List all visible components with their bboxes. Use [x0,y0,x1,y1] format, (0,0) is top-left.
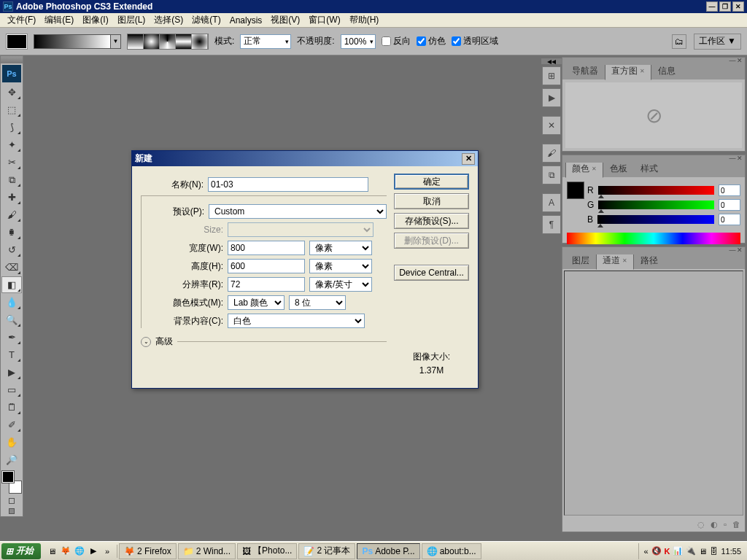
tray-expand-icon[interactable]: « [643,547,648,556]
menu-layer[interactable]: 图层(L) [113,12,150,28]
gradient-angle[interactable] [160,34,176,49]
tray-icon[interactable]: 🗄 [710,547,718,556]
slice-tool[interactable]: ⧉ [1,171,22,188]
close-icon[interactable]: ✕ [592,166,597,172]
heal-tool[interactable]: ✚ [1,189,22,206]
panel-close[interactable]: ✕ [736,155,743,161]
width-unit-select[interactable]: 像素 [309,241,372,255]
dock-para-icon[interactable]: ¶ [542,215,561,234]
advanced-toggle[interactable]: ⌄ [141,337,151,347]
r-value[interactable] [719,184,740,196]
menu-help[interactable]: 帮助(H) [345,12,384,28]
dialog-titlebar[interactable]: 新建 ✕ [132,151,478,166]
color-spectrum[interactable] [567,233,740,244]
task-about[interactable]: 🌐about:b... [422,543,481,559]
menu-view[interactable]: 视图(V) [266,12,304,28]
gradient-reflected[interactable] [176,34,192,49]
dock-tools-icon[interactable]: ✕ [542,116,561,135]
task-explorer[interactable]: 📁2 Wind... [178,543,236,559]
eraser-tool[interactable]: ⌫ [1,259,22,276]
width-input[interactable] [228,241,305,255]
tray-icon[interactable]: 🖥 [699,547,707,556]
close-icon[interactable]: ✕ [622,257,627,264]
dock-brushes-icon[interactable]: 🖌 [542,144,561,163]
restore-button[interactable]: ❐ [719,1,731,12]
ql-ie-icon[interactable]: 🌐 [73,545,86,558]
minimize-button[interactable]: — [706,1,718,12]
close-icon[interactable]: ✕ [640,68,645,74]
zoom-tool[interactable]: 🔎 [1,451,22,468]
dock-collapse[interactable]: ◂◂ [541,58,562,64]
ql-firefox-icon[interactable]: 🦊 [59,545,72,558]
menu-edit[interactable]: 编辑(E) [40,12,78,28]
opacity-select[interactable]: 100% [341,34,376,49]
notes-tool[interactable]: 🗒 [1,399,22,416]
task-photoshop[interactable]: PsAdobe P... [357,543,419,559]
close-button[interactable]: ✕ [732,1,744,12]
ql-desktop-icon[interactable]: 🖥 [45,545,58,558]
foreground-color[interactable] [2,471,14,483]
menu-analysis[interactable]: Analysis [225,14,267,27]
dock-histogram-icon[interactable]: ▶ [542,88,561,107]
panel-close[interactable]: ✕ [736,247,743,253]
dodge-tool[interactable]: 🔍 [1,311,22,328]
gradient-diamond[interactable] [192,34,208,49]
blur-tool[interactable]: 💧 [1,294,22,311]
height-input[interactable] [228,259,305,273]
cancel-button[interactable]: 取消 [394,193,469,209]
background-color[interactable] [9,481,21,493]
toolbox-grip[interactable] [1,56,23,63]
move-tool[interactable]: ✥ [1,84,22,101]
height-unit-select[interactable]: 像素 [309,259,372,273]
dock-char-icon[interactable]: A [542,193,561,212]
type-tool[interactable]: T [1,346,22,363]
lasso-tool[interactable]: ⟆ [1,119,22,136]
dialog-close-button[interactable]: ✕ [462,153,475,165]
tray-icon[interactable]: K [665,547,670,556]
standard-screen[interactable] [9,508,15,514]
ok-button[interactable]: 确定 [394,174,469,190]
brush-tool[interactable]: 🖌 [1,206,22,223]
g-value[interactable] [719,199,740,211]
dock-clone-icon[interactable]: ⧉ [542,166,561,184]
delete-channel-icon[interactable]: 🗑 [732,520,740,529]
blend-mode-select[interactable]: 正常 [240,34,291,49]
bit-depth-select[interactable]: 8 位 [289,295,346,310]
eyedropper-tool[interactable]: ✐ [1,416,22,433]
reverse-checkbox[interactable]: 反向 [382,35,411,47]
tool-preset-picker[interactable] [6,34,28,50]
resolution-unit-select[interactable]: 像素/英寸 [309,277,372,292]
panel-minimize[interactable]: — [729,58,736,63]
quickmask-toggle[interactable] [9,498,15,504]
save-selection-icon[interactable]: ◐ [711,520,718,529]
clock[interactable]: 11:55 [721,547,741,556]
menu-window[interactable]: 窗口(W) [304,12,344,28]
gradient-tool[interactable]: ◧ [1,276,22,293]
tray-icon[interactable]: 🔇 [651,546,662,556]
stamp-tool[interactable]: ⧯ [1,224,22,241]
b-slider[interactable] [597,215,714,224]
gradient-linear[interactable] [128,34,144,49]
color-mode-select[interactable]: Lab 颜色 [228,295,285,310]
transparency-checkbox[interactable]: 透明区域 [452,35,498,47]
g-slider[interactable] [598,201,714,209]
color-swatch[interactable] [567,182,584,199]
panel-close[interactable]: ✕ [736,58,743,63]
hand-tool[interactable]: ✋ [1,434,22,451]
bridge-icon[interactable]: 🗂 [672,34,686,49]
pen-tool[interactable]: ✒ [1,329,22,346]
panel-minimize[interactable]: — [729,247,736,253]
dock-navigator-icon[interactable]: ⊞ [542,66,561,85]
task-photo[interactable]: 🖼【Photo... [237,543,297,559]
color-well[interactable] [2,471,21,493]
ql-media-icon[interactable]: ▶ [87,545,100,558]
dither-checkbox[interactable]: 仿色 [417,35,446,47]
resolution-input[interactable] [228,277,305,292]
new-channel-icon[interactable]: ▫ [724,520,727,529]
crop-tool[interactable]: ✂ [1,154,22,171]
panel-minimize[interactable]: — [729,155,736,161]
task-firefox[interactable]: 🦊2 Firefox [119,543,177,559]
device-central-button[interactable]: Device Central... [394,265,469,281]
gradient-radial[interactable] [144,34,160,49]
preset-select[interactable]: Custom [209,204,387,219]
